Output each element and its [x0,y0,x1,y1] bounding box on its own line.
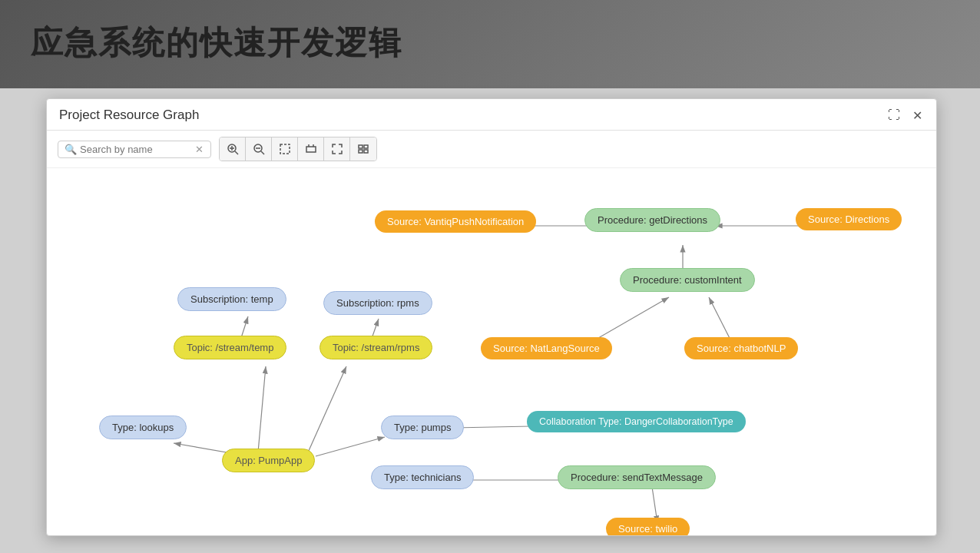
node-source-chatbot[interactable]: Source: chatbotNLP [684,337,798,359]
zoom-out-button[interactable] [246,137,272,161]
svg-rect-7 [280,144,290,154]
node-sub-temp[interactable]: Subscription: temp [177,287,286,311]
close-dialog-button[interactable]: ✕ [909,107,925,124]
node-proc-sendtext[interactable]: Procedure: sendTextMessage [558,465,716,489]
node-app-pumpapp[interactable]: App: PumpApp [222,449,315,472]
svg-line-25 [258,366,266,452]
svg-rect-11 [359,145,363,148]
dialog-controls: ⛶ ✕ [886,107,925,124]
fit-view-button[interactable] [324,137,350,161]
clear-search-button[interactable]: ✕ [195,144,204,155]
svg-line-30 [316,437,385,456]
node-custom-intent[interactable]: Procedure: customIntent [620,268,755,292]
node-type-lookups[interactable]: Type: lookups [99,416,187,439]
node-get-directions[interactable]: Procedure: getDirections [584,208,720,232]
node-source-directions[interactable]: Source: Directions [796,208,902,230]
svg-line-26 [308,366,346,452]
select-mode-button[interactable] [272,137,298,161]
dialog-titlebar: Project Resource Graph ⛶ ✕ [47,99,936,131]
svg-line-5 [261,151,264,154]
svg-line-1 [235,151,238,154]
svg-rect-12 [364,145,368,148]
svg-rect-14 [364,150,368,153]
node-topic-temp[interactable]: Topic: /stream/temp [174,336,286,359]
zoom-in-button[interactable] [220,137,246,161]
node-topic-rpms[interactable]: Topic: /stream/rpms [319,336,432,359]
graph-toolbar: 🔍 ✕ [47,131,936,168]
svg-rect-8 [306,147,316,152]
select-region-button[interactable] [298,137,324,161]
node-sub-rpms[interactable]: Subscription: rpms [323,291,432,315]
icon-toolbar [219,137,377,161]
node-source-twilio[interactable]: Source: twilio [606,518,690,535]
page-title: 应急系统的快速开发逻辑 [31,22,402,65]
dialog-title: Project Resource Graph [59,108,199,123]
page-header: 应急系统的快速开发逻辑 [0,0,980,88]
node-collab-danger[interactable]: Collaboration Type: DangerCollaborationT… [527,411,746,432]
search-icon: 🔍 [65,144,77,155]
node-vantiq-push[interactable]: Source: VantiqPushNotification [375,210,536,233]
project-resource-graph-dialog: Project Resource Graph ⛶ ✕ 🔍 ✕ [46,98,937,536]
search-box: 🔍 ✕ [58,141,211,158]
graph-area: Source: VantiqPushNotification Procedure… [47,168,936,535]
node-type-technicians[interactable]: Type: technicians [371,465,474,489]
layout-button[interactable] [350,137,376,161]
node-type-pumps[interactable]: Type: pumps [381,416,464,439]
search-input[interactable] [80,144,195,155]
node-source-natlang[interactable]: Source: NatLangSource [481,337,612,359]
svg-rect-13 [359,150,363,153]
expand-dialog-button[interactable]: ⛶ [886,107,902,124]
